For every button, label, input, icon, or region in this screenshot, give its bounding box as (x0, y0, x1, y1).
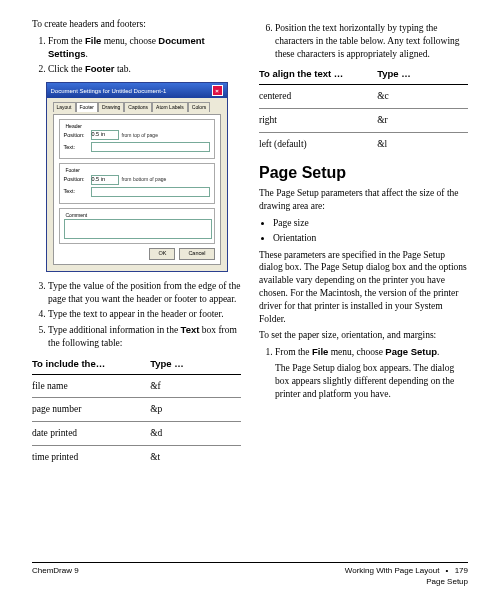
intro-text: To create headers and footers: (32, 18, 241, 31)
page-footer: ChemDraw 9 Working With Page Layout • 17… (32, 562, 468, 588)
tab-layout[interactable]: Layout (53, 102, 76, 112)
comment-group: Comment (59, 208, 215, 244)
header-group: Header Position: 0.5 in from top of page… (59, 119, 215, 159)
dialog-tabs: Layout Footer Drawing Captions Atom Labe… (53, 102, 221, 112)
table2-header: To align the text … Type … (259, 68, 468, 85)
dialog-titlebar: Document Settings for Untitled Document-… (47, 83, 227, 98)
footer-position-input[interactable]: 0.5 in (91, 175, 119, 185)
dialog-title: Document Settings for Untitled Document-… (51, 87, 167, 95)
step-2: Click the Footer tab. (48, 63, 241, 76)
step-1: From the File menu, choose Document Sett… (48, 35, 241, 61)
comment-textarea[interactable] (64, 219, 212, 239)
page-setup-heading: Page Setup (259, 162, 468, 184)
tab-captions[interactable]: Captions (124, 102, 152, 112)
bullet-pagesize: Page size (273, 217, 468, 230)
ok-button[interactable]: OK (149, 248, 175, 259)
ps-para: These parameters are specified in the Pa… (259, 249, 468, 326)
tab-atom-labels[interactable]: Atom Labels (152, 102, 188, 112)
footer-group: Footer Position: 0.5 in from bottom of p… (59, 163, 215, 203)
document-settings-dialog: Document Settings for Untitled Document-… (46, 82, 228, 271)
align-table: centered&c right&r left (default)&l (259, 85, 468, 155)
footer-text-input[interactable] (91, 187, 210, 197)
tab-footer[interactable]: Footer (76, 102, 98, 112)
ps-para2: To set the paper size, orientation, and … (259, 329, 468, 342)
step-5: Type additional information in the Text … (48, 324, 241, 350)
header-position-input[interactable]: 0.5 in (91, 130, 119, 140)
include-table: file name&f page number&p date printed&d… (32, 375, 241, 469)
tab-colors[interactable]: Colors (188, 102, 210, 112)
bullet-orientation: Orientation (273, 232, 468, 245)
step-3: Type the value of the position from the … (48, 280, 241, 306)
table1-header: To include the… Type … (32, 358, 241, 375)
tab-drawing[interactable]: Drawing (98, 102, 124, 112)
cancel-button[interactable]: Cancel (179, 248, 214, 259)
ps-step-1: From the File menu, choose Page Setup. T… (275, 346, 468, 400)
ps-result: The Page Setup dialog box appears. The d… (275, 362, 468, 400)
close-icon[interactable]: × (212, 85, 223, 96)
step-4: Type the text to appear in the header or… (48, 308, 241, 321)
footer-left: ChemDraw 9 (32, 566, 79, 588)
step-6: Position the text horizontally by typing… (275, 22, 468, 60)
ps-intro: The Page Setup parameters that affect th… (259, 187, 468, 213)
header-text-input[interactable] (91, 142, 210, 152)
